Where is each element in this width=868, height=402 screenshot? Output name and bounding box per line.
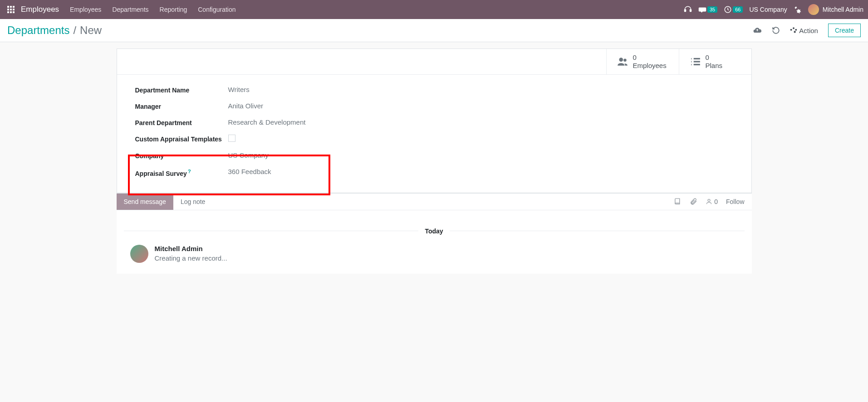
form-sheet: 0 Employees 0 Plans Department Name Writ… [117, 48, 752, 193]
svg-rect-5 [13, 9, 15, 10]
nav-menu-reporting[interactable]: Reporting [160, 6, 187, 13]
date-separator-label: Today [418, 228, 449, 235]
chatter: Send message Log note 0 Follow Today Mi [117, 193, 752, 274]
nav-menu-departments[interactable]: Departments [112, 6, 148, 13]
svg-rect-10 [690, 10, 691, 12]
form-body: Department Name Writers Manager Anita Ol… [117, 75, 751, 193]
row-parent-department: Parent Department Research & Development [135, 118, 733, 126]
nav-menu: Employees Departments Reporting Configur… [70, 6, 235, 13]
control-panel-right: Action Create [753, 24, 861, 37]
action-label: Action [799, 27, 818, 34]
value-department-name[interactable]: Writers [228, 86, 250, 93]
breadcrumb-current: New [80, 24, 102, 37]
row-manager: Manager Anita Oliver [135, 102, 733, 110]
date-separator: Today [124, 228, 745, 235]
user-name: Mitchell Admin [823, 6, 863, 13]
svg-rect-2 [13, 6, 15, 8]
stat-employees-button[interactable]: 0 Employees [606, 49, 679, 74]
activities-badge: 66 [733, 6, 743, 13]
voip-icon[interactable] [684, 5, 692, 14]
breadcrumb-sep: / [73, 24, 76, 37]
app-brand[interactable]: Employees [21, 5, 59, 14]
label-company: Company [135, 151, 228, 160]
users-icon [617, 56, 628, 68]
user-avatar-icon [808, 4, 819, 15]
row-appraisal-survey: Appraisal Survey? 360 Feedback [135, 168, 733, 177]
message-item: Mitchell Admin Creating a new record... [124, 245, 745, 263]
stat-plans-label: Plans [706, 62, 723, 70]
chatter-tools: 0 Follow [674, 198, 751, 205]
top-navbar: Employees Employees Departments Reportin… [0, 0, 868, 19]
value-company[interactable]: US Company [228, 151, 269, 159]
breadcrumb: Departments / New [7, 24, 102, 37]
value-parent-department[interactable]: Research & Development [228, 118, 306, 126]
debug-icon[interactable] [794, 5, 802, 14]
nav-right: 35 66 US Company Mitchell Admin [684, 4, 863, 15]
svg-point-20 [708, 199, 710, 202]
stat-employees-count: 0 [633, 53, 667, 62]
value-manager[interactable]: Anita Oliver [228, 102, 264, 110]
svg-rect-6 [7, 11, 9, 13]
attachment-icon[interactable] [690, 198, 697, 205]
chatter-topbar: Send message Log note 0 Follow [117, 193, 752, 210]
stat-plans-button[interactable]: 0 Plans [679, 49, 751, 74]
nav-menu-employees[interactable]: Employees [70, 6, 101, 13]
svg-rect-3 [7, 9, 9, 10]
form-container: 0 Employees 0 Plans Department Name Writ… [0, 42, 868, 193]
stat-plans-count: 0 [706, 53, 723, 62]
book-icon[interactable] [674, 198, 682, 205]
row-department-name: Department Name Writers [135, 86, 733, 94]
follow-button[interactable]: Follow [726, 198, 744, 205]
message-thread: Today Mitchell Admin Creating a new reco… [117, 210, 752, 274]
user-menu[interactable]: Mitchell Admin [808, 4, 863, 15]
label-custom-appraisal: Custom Appraisal Templates [135, 135, 228, 143]
nav-menu-configuration[interactable]: Configuration [198, 6, 235, 13]
svg-rect-7 [10, 11, 12, 13]
button-box: 0 Employees 0 Plans [117, 49, 751, 75]
activities-icon[interactable]: 66 [724, 5, 743, 14]
message-text: Creating a new record... [155, 254, 227, 262]
checkbox-custom-appraisal[interactable] [228, 135, 235, 142]
svg-point-12 [619, 58, 623, 62]
create-button[interactable]: Create [828, 24, 861, 37]
stat-employees-label: Employees [633, 62, 667, 70]
undo-icon[interactable] [772, 26, 780, 34]
svg-rect-8 [13, 11, 15, 13]
company-selector[interactable]: US Company [749, 6, 787, 13]
row-company: Company US Company [135, 151, 733, 160]
followers-count: 0 [714, 198, 718, 205]
svg-rect-0 [7, 6, 9, 8]
label-department-name: Department Name [135, 86, 228, 94]
breadcrumb-root[interactable]: Departments [7, 24, 69, 37]
label-appraisal-survey: Appraisal Survey? [135, 168, 228, 177]
send-message-button[interactable]: Send message [117, 194, 173, 210]
action-menu[interactable]: Action [790, 27, 818, 34]
value-appraisal-survey[interactable]: 360 Feedback [228, 168, 271, 175]
svg-rect-4 [10, 9, 12, 10]
messages-icon[interactable]: 35 [698, 5, 717, 14]
row-custom-appraisal: Custom Appraisal Templates [135, 135, 733, 143]
apps-icon[interactable] [5, 3, 17, 16]
followers-button[interactable]: 0 [706, 198, 718, 205]
cloud-upload-icon[interactable] [753, 26, 762, 35]
messages-badge: 35 [707, 6, 717, 13]
log-note-button[interactable]: Log note [173, 194, 213, 210]
svg-rect-1 [10, 6, 12, 8]
svg-rect-9 [684, 10, 686, 12]
message-author: Mitchell Admin [155, 245, 227, 252]
label-parent-department: Parent Department [135, 118, 228, 126]
message-avatar-icon [130, 245, 148, 263]
svg-point-13 [623, 59, 627, 62]
control-panel: Departments / New Action Create [0, 19, 868, 42]
label-manager: Manager [135, 102, 228, 110]
list-icon [689, 56, 701, 68]
help-icon[interactable]: ? [188, 169, 191, 174]
